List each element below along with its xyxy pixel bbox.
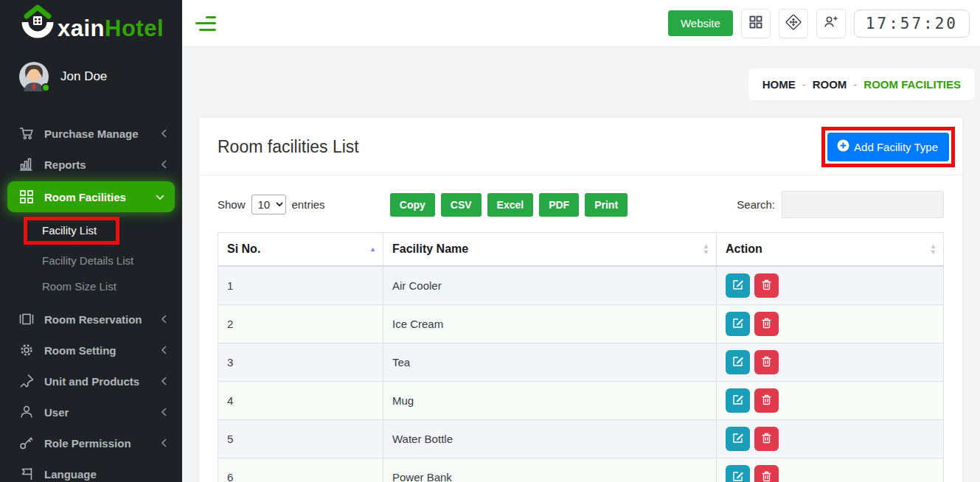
sidebar-item-label: Reports bbox=[44, 158, 86, 171]
chevron-left-icon bbox=[161, 315, 167, 324]
sidebar-item-unit-and-products[interactable]: Unit and Products bbox=[0, 366, 182, 397]
delete-button[interactable] bbox=[754, 350, 779, 374]
plus-circle-icon bbox=[837, 139, 849, 154]
breadcrumb-home[interactable]: HOME bbox=[762, 78, 796, 91]
sidebar-item-label: User bbox=[44, 406, 69, 419]
fullscreen-button[interactable] bbox=[779, 9, 808, 38]
excel-button[interactable]: Excel bbox=[487, 193, 534, 217]
column-header-si-no[interactable]: Si No. ▲ bbox=[218, 233, 383, 267]
annotation-box-add-facility: Add Facility Type bbox=[821, 127, 955, 167]
grid-apps-button[interactable] bbox=[741, 9, 771, 38]
edit-pencil-icon bbox=[732, 317, 744, 331]
sort-both-icon: ▲▼ bbox=[930, 243, 936, 255]
edit-button[interactable] bbox=[726, 465, 750, 482]
show-entries-group: Show 10 entries bbox=[218, 195, 325, 214]
page-title: Room facilities List bbox=[218, 137, 359, 157]
cell-si-no: 5 bbox=[218, 420, 383, 458]
delete-button[interactable] bbox=[754, 273, 779, 298]
column-header-action[interactable]: Action ▲▼ bbox=[717, 233, 944, 267]
delete-button[interactable] bbox=[754, 465, 779, 482]
sidebar-subitem-room-size-list[interactable]: Room Size List bbox=[0, 273, 182, 299]
cell-facility-name: Mug bbox=[383, 382, 717, 420]
brand-name: xainHotel bbox=[58, 17, 164, 44]
edit-pencil-icon bbox=[732, 279, 744, 293]
edit-button[interactable] bbox=[726, 312, 750, 336]
copy-button[interactable]: Copy bbox=[390, 193, 435, 217]
delete-button[interactable] bbox=[754, 427, 779, 451]
export-buttons: Copy CSV Excel PDF Print bbox=[390, 193, 672, 217]
cell-facility-name: Ice Cream bbox=[383, 305, 717, 343]
topbar-actions: Website 17:57:20 bbox=[668, 9, 970, 38]
user-plus-icon bbox=[823, 15, 838, 32]
cell-action bbox=[717, 420, 944, 458]
chevron-down-icon bbox=[156, 194, 164, 200]
entries-label: entries bbox=[292, 198, 325, 211]
csv-button[interactable]: CSV bbox=[441, 193, 482, 217]
table-row: 4 Mug bbox=[218, 382, 944, 420]
trash-icon bbox=[761, 317, 772, 331]
sidebar-item-room-reservation[interactable]: Room Reservation bbox=[0, 304, 182, 335]
chevron-left-icon bbox=[161, 377, 167, 385]
online-status-dot bbox=[41, 83, 50, 92]
breadcrumb-room[interactable]: ROOM bbox=[813, 78, 847, 91]
sidebar-subitem-facility-list[interactable]: Facility List bbox=[0, 214, 182, 248]
column-header-facility-name[interactable]: Facility Name ▲▼ bbox=[383, 233, 717, 267]
user-profile[interactable]: Jon Doe bbox=[0, 49, 182, 102]
brand-logo: xainHotel bbox=[0, 0, 182, 49]
sidebar-item-language[interactable]: Language bbox=[0, 458, 182, 482]
hotel-logo-icon bbox=[21, 4, 55, 44]
cell-facility-name: Water Bottle bbox=[383, 420, 717, 458]
delete-button[interactable] bbox=[754, 388, 779, 413]
hamburger-menu-icon[interactable] bbox=[194, 16, 216, 31]
cell-si-no: 3 bbox=[218, 343, 383, 382]
topbar: Website 17:57:20 bbox=[182, 0, 980, 47]
user-icon bbox=[19, 405, 34, 419]
website-button[interactable]: Website bbox=[668, 10, 733, 36]
add-facility-type-label: Add Facility Type bbox=[854, 141, 938, 153]
facilities-table: Si No. ▲ Facility Name ▲▼ Action ▲▼ bbox=[218, 232, 944, 482]
room-facilities-card: Room facilities List Add Facility Type S… bbox=[199, 118, 962, 482]
delete-button[interactable] bbox=[754, 312, 779, 336]
breadcrumb-separator: - bbox=[802, 78, 806, 91]
sidebar-item-role-permission[interactable]: Role Permission bbox=[0, 427, 182, 458]
edit-pencil-icon bbox=[732, 355, 744, 369]
breadcrumb-row: HOME - ROOM - ROOM FACILITIES bbox=[182, 47, 980, 100]
bar-chart-icon bbox=[19, 157, 34, 172]
edit-button[interactable] bbox=[726, 427, 750, 451]
cell-action bbox=[717, 343, 944, 382]
cell-si-no: 6 bbox=[218, 458, 383, 482]
trash-icon bbox=[761, 470, 772, 482]
table-row: 1 Air Cooler bbox=[218, 266, 944, 305]
breadcrumb-room-facilities: ROOM FACILITIES bbox=[863, 78, 961, 91]
sidebar-item-room-facilities[interactable]: Room Facilities bbox=[7, 181, 175, 212]
pdf-button[interactable]: PDF bbox=[539, 193, 579, 217]
show-label: Show bbox=[218, 198, 246, 211]
sidebar-item-user[interactable]: User bbox=[0, 397, 182, 427]
sidebar-item-reports[interactable]: Reports bbox=[0, 149, 182, 180]
sidebar-item-room-setting[interactable]: Room Setting bbox=[0, 335, 182, 366]
search-input[interactable] bbox=[782, 191, 944, 218]
cell-si-no: 2 bbox=[218, 305, 383, 343]
table-row: 3 Tea bbox=[218, 343, 944, 382]
sidebar-item-label: Language bbox=[44, 468, 97, 481]
edit-button[interactable] bbox=[726, 273, 750, 298]
cell-action bbox=[717, 382, 944, 420]
edit-pencil-icon bbox=[732, 394, 744, 408]
add-facility-type-button[interactable]: Add Facility Type bbox=[827, 133, 949, 161]
edit-button[interactable] bbox=[726, 350, 750, 374]
pin-icon bbox=[19, 374, 34, 388]
edit-button[interactable] bbox=[726, 388, 750, 413]
chevron-left-icon bbox=[161, 346, 167, 354]
card-header: Room facilities List Add Facility Type bbox=[199, 118, 962, 175]
annotation-box-facility-list: Facility List bbox=[24, 217, 119, 245]
page-content: HOME - ROOM - ROOM FACILITIES Room facil… bbox=[182, 47, 980, 482]
breadcrumb: HOME - ROOM - ROOM FACILITIES bbox=[748, 69, 975, 100]
print-button[interactable]: Print bbox=[585, 193, 628, 217]
chevron-left-icon bbox=[161, 129, 167, 138]
add-user-button[interactable] bbox=[816, 9, 846, 38]
table-header-row: Si No. ▲ Facility Name ▲▼ Action ▲▼ bbox=[218, 233, 944, 267]
sidebar-subitem-facility-details-list[interactable]: Facility Details List bbox=[0, 248, 182, 273]
entries-select[interactable]: 10 bbox=[251, 195, 286, 214]
grid-icon bbox=[748, 15, 763, 32]
sidebar-item-purchase-manage[interactable]: Purchase Manage bbox=[0, 118, 182, 149]
